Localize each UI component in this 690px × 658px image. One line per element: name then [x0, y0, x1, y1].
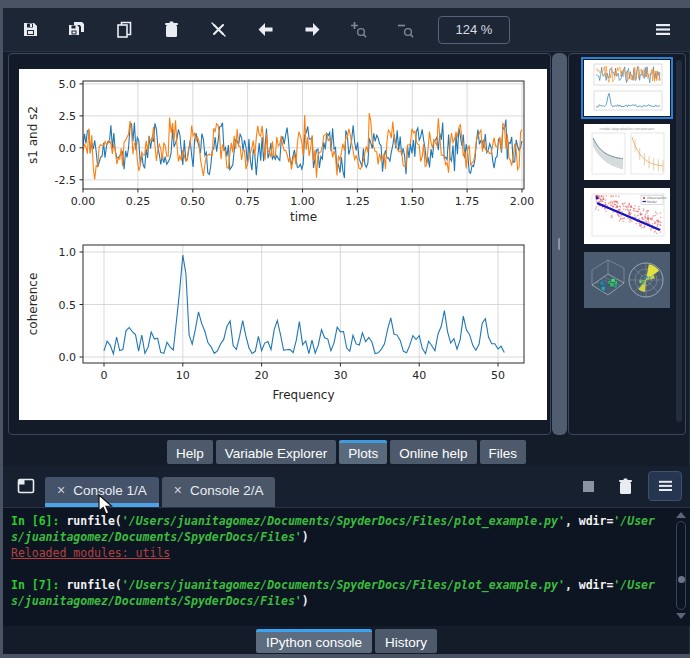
- svg-text:time: time: [290, 210, 317, 224]
- svg-text:10: 10: [176, 369, 190, 382]
- scrollbar-thumb[interactable]: [678, 576, 685, 583]
- save-all-icon: [68, 21, 87, 39]
- spyder-window: 124 % 0.000.250.500.751.001.251.501.752.…: [0, 0, 690, 658]
- arrow-right-icon: [304, 22, 321, 37]
- copy-icon: [116, 21, 133, 39]
- svg-text:1.0: 1.0: [59, 246, 77, 259]
- save-icon: [22, 21, 39, 38]
- scrollbar-track[interactable]: [676, 521, 686, 610]
- svg-text:-2.5: -2.5: [55, 174, 76, 187]
- svg-text:40: 40: [412, 369, 426, 382]
- svg-text:2.5: 2.5: [59, 110, 77, 123]
- thumbnail-signals-coherence[interactable]: [584, 60, 670, 116]
- tab-plots[interactable]: Plots: [339, 440, 387, 464]
- close-all-icon: [210, 21, 227, 38]
- previous-plot-button[interactable]: [248, 15, 282, 45]
- window-top-edge: [0, 0, 690, 8]
- next-plot-button[interactable]: [295, 15, 329, 45]
- console-scrollbar[interactable]: [674, 512, 688, 622]
- mouse-cursor: [98, 494, 114, 516]
- svg-text:0.75: 0.75: [235, 195, 260, 208]
- tab-ipython-console[interactable]: IPython console: [256, 629, 372, 653]
- zoom-out-icon: [397, 21, 415, 39]
- thumbnail-scrollbar[interactable]: [676, 60, 682, 422]
- remove-variables-button[interactable]: [612, 471, 638, 501]
- svg-text:1.00: 1.00: [290, 195, 315, 208]
- thumbnail-scatter-fit[interactable]: ObservationModel: [584, 188, 670, 244]
- svg-text:0.0: 0.0: [59, 142, 77, 155]
- svg-text:30: 30: [333, 369, 347, 382]
- svg-text:1.25: 1.25: [345, 195, 370, 208]
- save-plot-button[interactable]: [13, 15, 47, 45]
- save-all-plots-button[interactable]: [60, 15, 94, 45]
- svg-text:0.0: 0.0: [59, 351, 77, 364]
- zoom-in-icon: [350, 21, 368, 39]
- hamburger-menu-icon: [655, 23, 671, 36]
- remove-all-plots-button[interactable]: [201, 15, 235, 45]
- svg-text:s1 and s2: s1 and s2: [26, 106, 40, 164]
- svg-text:2.00: 2.00: [510, 195, 535, 208]
- svg-text:Model: Model: [647, 200, 657, 204]
- svg-text:5.0: 5.0: [59, 78, 77, 91]
- scroll-down-arrow[interactable]: [676, 613, 686, 619]
- svg-text:1.75: 1.75: [455, 195, 480, 208]
- zoom-in-button[interactable]: [342, 15, 376, 45]
- svg-text:coherence: coherence: [26, 273, 40, 336]
- zoom-out-button[interactable]: [389, 15, 423, 45]
- svg-text:model degradation comparison: model degradation comparison: [600, 127, 655, 131]
- svg-text:0.50: 0.50: [181, 195, 206, 208]
- svg-text:0.00: 0.00: [71, 195, 96, 208]
- plot-view: 0.000.250.500.751.001.251.501.752.00-2.5…: [8, 53, 551, 435]
- figure-canvas: 0.000.250.500.751.001.251.501.752.00-2.5…: [19, 69, 547, 420]
- pane-tab-bar: Help Variable Explorer Plots Online help…: [3, 436, 690, 464]
- panel-icon: [17, 478, 35, 494]
- svg-text:1.50: 1.50: [400, 195, 425, 208]
- svg-text:0: 0: [101, 369, 108, 382]
- console-toolbar-right: [583, 471, 682, 501]
- plots-toolbar: 124 %: [3, 8, 690, 52]
- tab-files[interactable]: Files: [480, 440, 527, 464]
- close-tab-icon[interactable]: ×: [174, 483, 182, 497]
- plots-splitter-handle[interactable]: [552, 53, 567, 435]
- trash-icon: [618, 478, 633, 495]
- thumbnail-decay-curves[interactable]: model degradation comparison: [584, 124, 670, 180]
- plots-options-button[interactable]: [646, 15, 680, 45]
- svg-text:0.5: 0.5: [59, 299, 77, 312]
- thumbnail-list: model degradation comparison Observation…: [568, 53, 686, 435]
- remove-plot-button[interactable]: [154, 15, 188, 45]
- console-output-area[interactable]: In [6]: runfile('/Users/juanitagomez/Doc…: [3, 508, 690, 626]
- svg-text:50: 50: [491, 369, 505, 382]
- console-options-button[interactable]: [648, 471, 682, 501]
- trash-icon: [164, 21, 179, 38]
- tab-variable-explorer[interactable]: Variable Explorer: [216, 440, 337, 464]
- arrow-left-icon: [257, 22, 274, 37]
- close-tab-icon[interactable]: ×: [57, 483, 65, 497]
- svg-text:0.25: 0.25: [126, 195, 151, 208]
- window-bottom-edge: [0, 654, 690, 658]
- console-tab-2[interactable]: × Console 2/A: [162, 477, 276, 507]
- browse-tabs-button[interactable]: [11, 471, 41, 501]
- plots-pane: 0.000.250.500.751.001.251.501.752.00-2.5…: [8, 53, 690, 435]
- console-output: In [6]: runfile('/Users/juanitagomez/Doc…: [11, 513, 670, 626]
- interrupt-kernel-button[interactable]: [583, 481, 594, 492]
- console-tab-label: Console 2/A: [190, 483, 264, 498]
- copy-plot-button[interactable]: [107, 15, 141, 45]
- tab-history[interactable]: History: [375, 629, 437, 653]
- console-bottom-tab-bar: IPython console History: [3, 629, 690, 654]
- zoom-level-value: 124 %: [456, 22, 493, 37]
- thumbnail-3d-polar[interactable]: [584, 252, 670, 308]
- zoom-level-indicator: 124 %: [438, 16, 510, 44]
- scroll-up-arrow[interactable]: [676, 512, 686, 518]
- tab-online-help[interactable]: Online help: [390, 440, 476, 464]
- svg-text:20: 20: [255, 369, 269, 382]
- svg-text:Frequency: Frequency: [273, 388, 335, 402]
- hamburger-menu-icon: [658, 480, 673, 492]
- tab-help[interactable]: Help: [167, 440, 213, 464]
- matplotlib-figure: 0.000.250.500.751.001.251.501.752.00-2.5…: [19, 69, 547, 420]
